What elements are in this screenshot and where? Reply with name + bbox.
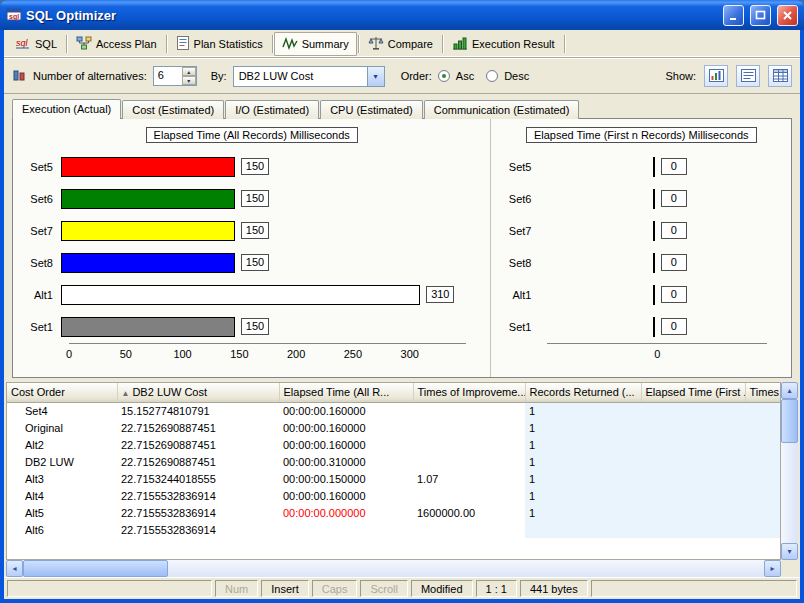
svg-text:sql: sql	[9, 13, 19, 21]
table-cell: 1	[525, 402, 641, 419]
combobox-dropdown-button[interactable]: ▾	[367, 67, 384, 86]
x-tick-label: 0	[66, 348, 72, 360]
table-row[interactable]: Set415.15277481079100:00:00.1600001	[7, 402, 781, 419]
bar-row: Set80	[491, 247, 791, 279]
column-header[interactable]: Times of Improveme...	[413, 383, 525, 402]
bar[interactable]	[61, 157, 235, 177]
bar[interactable]	[653, 317, 655, 337]
horizontal-scrollbar[interactable]: ◂ ▸	[6, 560, 781, 577]
tab-access-plan[interactable]: Access Plan	[68, 32, 165, 56]
tab-execution-actual[interactable]: Execution (Actual)	[12, 99, 121, 119]
bar[interactable]	[61, 253, 235, 273]
scrollbar-thumb[interactable]	[23, 560, 168, 577]
svg-text:sql: sql	[16, 38, 29, 48]
tab-io-estimated[interactable]: I/O (Estimated)	[225, 100, 319, 119]
sort-by-combobox[interactable]: DB2 LUW Cost ▾	[233, 66, 385, 87]
scrollbar-track[interactable]	[23, 560, 764, 577]
show-grid-view-button[interactable]	[768, 65, 792, 87]
x-tick-label: 300	[401, 348, 419, 360]
table-row[interactable]: Alt422.715553283691400:00:00.1600001	[7, 487, 781, 504]
bar-category-label: Set5	[491, 161, 539, 173]
chart-panel: Elapsed Time (First n Records) Milliseco…	[491, 119, 791, 377]
table-cell: 00:00:00.160000	[279, 419, 413, 436]
desc-label[interactable]: Desc	[504, 70, 529, 82]
scroll-down-button[interactable]: ▾	[781, 543, 798, 560]
x-tick-label: 50	[120, 348, 132, 360]
bar[interactable]	[61, 285, 420, 305]
tab-plan-statistics[interactable]: Plan Statistics	[168, 32, 271, 56]
alternatives-spinner[interactable]: 6 ▴ ▾	[153, 66, 197, 86]
scroll-up-button[interactable]: ▴	[781, 382, 798, 399]
table-cell	[745, 521, 781, 538]
chart-xaxis-track: 050100150200250300	[69, 343, 466, 365]
table-cell	[745, 504, 781, 521]
summary-view-tabs: Execution (Actual) Cost (Estimated) I/O …	[4, 94, 800, 118]
minimize-button[interactable]	[723, 5, 744, 26]
tab-execution-result[interactable]: Execution Result	[444, 32, 563, 56]
maximize-button[interactable]	[750, 5, 771, 26]
table-row[interactable]: Original22.715269088745100:00:00.1600001	[7, 419, 781, 436]
table-cell	[641, 487, 745, 504]
column-header[interactable]: Elapsed Time (First ...	[641, 383, 745, 402]
table-row[interactable]: Alt322.715324401855500:00:00.1500001.071	[7, 470, 781, 487]
table-cell	[413, 436, 525, 453]
tab-cpu-estimated[interactable]: CPU (Estimated)	[320, 100, 423, 119]
bar-category-label: Alt1	[491, 289, 539, 301]
column-header[interactable]: Times of Im...	[745, 383, 781, 402]
asc-label[interactable]: Asc	[456, 70, 474, 82]
show-chart-view-button[interactable]	[704, 65, 728, 87]
column-header[interactable]: Elapsed Time (All R...	[279, 383, 413, 402]
tab-communication-estimated[interactable]: Communication (Estimated)	[424, 100, 580, 119]
radio-desc[interactable]	[486, 70, 498, 82]
bar-category-label: Set5	[13, 161, 61, 173]
bar[interactable]	[653, 157, 655, 177]
scrollbar-track[interactable]	[781, 399, 798, 543]
column-header[interactable]: Records Returned (...	[525, 383, 641, 402]
combobox-value: DB2 LUW Cost	[234, 70, 367, 82]
bar-value-label: 0	[661, 190, 687, 207]
results-grid-section: Cost Order▲DB2 LUW CostElapsed Time (All…	[6, 382, 798, 577]
tab-cost-estimated[interactable]: Cost (Estimated)	[122, 100, 224, 119]
table-row[interactable]: Alt522.715553283691400:00:00.00000016000…	[7, 504, 781, 521]
column-header[interactable]: ▲DB2 LUW Cost	[117, 383, 279, 402]
bar[interactable]	[653, 253, 655, 273]
bar-category-label: Set6	[491, 193, 539, 205]
table-cell: 00:00:00.160000	[279, 436, 413, 453]
title-bar[interactable]: sql SQL Optimizer	[0, 0, 804, 30]
table-cell: 15.152774810791	[117, 402, 279, 419]
bar[interactable]	[653, 285, 655, 305]
table-row[interactable]: Alt622.7155532836914	[7, 521, 781, 538]
tab-compare[interactable]: Compare	[360, 32, 441, 56]
vertical-scrollbar[interactable]: ▴ ▾	[781, 382, 798, 560]
bar[interactable]	[653, 189, 655, 209]
sort-asc-icon: ▲	[122, 389, 130, 398]
table-row[interactable]: DB2 LUW22.715269088745100:00:00.3100001	[7, 453, 781, 470]
status-message-panel	[7, 580, 212, 597]
spin-up-button[interactable]: ▴	[182, 67, 196, 76]
bar[interactable]	[61, 189, 235, 209]
close-button[interactable]	[777, 5, 798, 26]
spin-down-button[interactable]: ▾	[182, 76, 196, 85]
show-report-view-button[interactable]	[736, 65, 760, 87]
status-panel: Scroll	[360, 580, 408, 597]
scrollbar-thumb[interactable]	[781, 399, 798, 443]
bar-value-label: 0	[661, 318, 687, 335]
scroll-right-button[interactable]: ▸	[764, 560, 781, 577]
tab-sql[interactable]: sql SQL	[7, 32, 65, 56]
scroll-left-button[interactable]: ◂	[6, 560, 23, 577]
bar[interactable]	[61, 221, 235, 241]
table-cell	[641, 470, 745, 487]
alternatives-value[interactable]: 6	[154, 67, 182, 85]
chart-panel: Elapsed Time (All Records) Milliseconds …	[13, 119, 491, 377]
table-row[interactable]: Alt222.715269088745100:00:00.1600001	[7, 436, 781, 453]
table-cell	[279, 521, 413, 538]
bar-row: Set50	[491, 151, 791, 183]
radio-asc[interactable]	[438, 70, 450, 82]
toolbar-separator	[272, 35, 273, 53]
bar[interactable]	[653, 221, 655, 241]
tab-summary[interactable]: Summary	[274, 32, 357, 56]
toolbar-separator	[442, 35, 443, 53]
column-header[interactable]: Cost Order	[7, 383, 117, 402]
status-panel: Insert	[261, 580, 309, 597]
bar[interactable]	[61, 317, 235, 337]
